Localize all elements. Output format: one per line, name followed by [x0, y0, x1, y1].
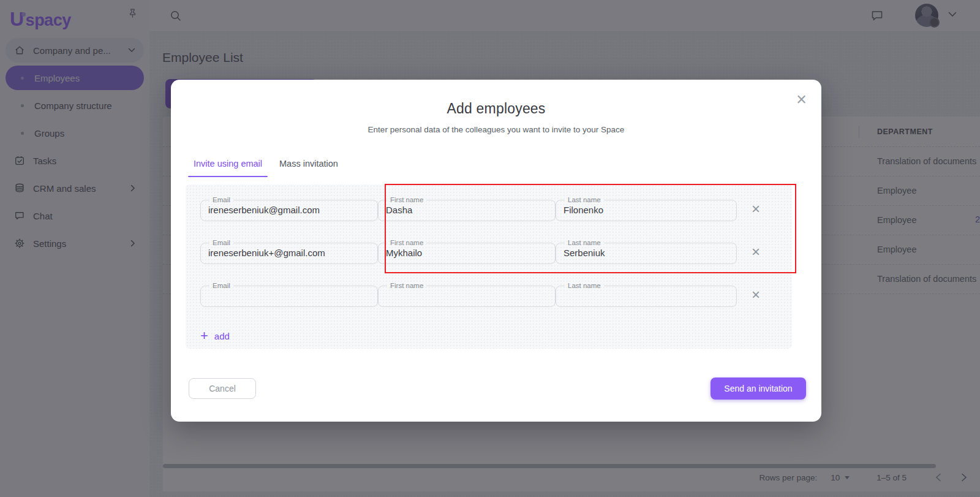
first-name-label: First name: [390, 196, 423, 203]
modal-title: Add employees: [171, 101, 821, 117]
first-name-field[interactable]: First name: [378, 197, 556, 221]
modal-subtitle: Enter personal data of the colleagues yo…: [171, 125, 821, 134]
add-row-button[interactable]: + add: [200, 329, 230, 343]
last-name-field[interactable]: Last name: [556, 240, 737, 264]
modal-tabs: Invite using email Mass invitation: [188, 158, 344, 169]
first-name-input[interactable]: [386, 205, 548, 215]
plus-icon: +: [200, 329, 208, 343]
first-name-field[interactable]: First name: [378, 240, 556, 264]
remove-row-icon[interactable]: ×: [747, 243, 765, 261]
last-name-label: Last name: [568, 196, 601, 203]
last-name-label: Last name: [568, 282, 601, 289]
last-name-input[interactable]: [564, 205, 729, 215]
email-input[interactable]: [208, 290, 370, 301]
add-row-label: add: [214, 331, 230, 341]
last-name-field[interactable]: Last name: [556, 197, 737, 221]
email-input[interactable]: [208, 248, 370, 258]
email-label: Email: [213, 196, 230, 203]
email-field[interactable]: Email: [200, 283, 378, 307]
email-label: Email: [213, 239, 230, 246]
email-field[interactable]: Email: [200, 197, 378, 221]
first-name-label: First name: [390, 239, 423, 246]
last-name-input[interactable]: [564, 248, 729, 258]
cancel-button[interactable]: Cancel: [189, 378, 256, 399]
last-name-input[interactable]: [564, 290, 729, 301]
send-invitation-button[interactable]: Send an invitation: [710, 377, 806, 400]
email-input[interactable]: [208, 205, 370, 215]
invite-row: Email First name Last name ×: [200, 283, 792, 307]
last-name-label: Last name: [568, 239, 601, 246]
first-name-input[interactable]: [386, 290, 548, 301]
invite-row: Email First name Last name ×: [200, 240, 792, 264]
email-field[interactable]: Email: [200, 240, 378, 264]
tab-invite-using-email[interactable]: Invite using email: [188, 158, 268, 169]
first-name-label: First name: [390, 282, 423, 289]
tab-mass-invitation[interactable]: Mass invitation: [274, 158, 344, 169]
email-label: Email: [213, 282, 230, 289]
remove-row-icon[interactable]: ×: [747, 286, 765, 304]
invite-form-panel: Email First name Last name × Email First…: [186, 184, 792, 349]
remove-row-icon[interactable]: ×: [747, 200, 765, 218]
first-name-input[interactable]: [386, 248, 548, 258]
add-employees-modal: × Add employees Enter personal data of t…: [171, 80, 821, 422]
last-name-field[interactable]: Last name: [556, 283, 737, 307]
close-icon[interactable]: ×: [796, 91, 807, 108]
invite-row: Email First name Last name ×: [200, 197, 792, 221]
first-name-field[interactable]: First name: [378, 283, 556, 307]
